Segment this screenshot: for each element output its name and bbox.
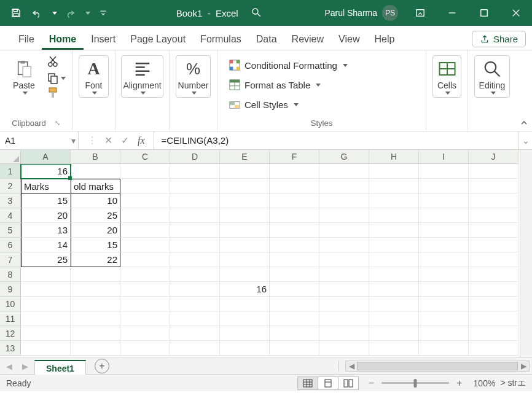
cell-A5[interactable]: 13	[21, 223, 71, 238]
column-header-B[interactable]: B	[71, 150, 120, 164]
insert-function-button[interactable]: fx	[138, 135, 145, 146]
redo-button[interactable]	[60, 3, 80, 23]
cut-button[interactable]	[47, 55, 66, 69]
maximize-button[interactable]	[468, 0, 500, 26]
number-button[interactable]: % Number	[176, 55, 211, 98]
ribbon-display-button[interactable]	[404, 0, 436, 26]
sheet-nav-next[interactable]: ▶	[18, 362, 32, 371]
sheet-nav-prev[interactable]: ◀	[2, 362, 16, 371]
tab-insert[interactable]: Insert	[84, 30, 123, 50]
enter-formula-button[interactable]: ✓	[121, 135, 129, 146]
row-header-8[interactable]: 8	[0, 267, 21, 282]
cell-A4[interactable]: 20	[21, 208, 71, 223]
tab-file[interactable]: File	[11, 30, 42, 50]
cell-B2[interactable]: old marks	[71, 179, 120, 193]
share-button[interactable]: Share	[472, 31, 526, 47]
undo-button[interactable]	[27, 3, 47, 23]
hscroll-right[interactable]: ▶	[518, 362, 529, 370]
view-page-layout-button[interactable]	[318, 377, 338, 390]
row-header-6[interactable]: 6	[0, 238, 21, 252]
zoom-in-button[interactable]: +	[454, 378, 464, 389]
column-header-J[interactable]: J	[469, 150, 518, 164]
row-header-2[interactable]: 2	[0, 179, 21, 193]
row-header-4[interactable]: 4	[0, 208, 21, 223]
format-as-table-button[interactable]: Format as Table	[226, 77, 350, 92]
zoom-level[interactable]: 100%	[469, 378, 495, 388]
tab-help[interactable]: Help	[367, 30, 402, 50]
view-page-break-button[interactable]	[338, 377, 359, 390]
close-button[interactable]	[500, 0, 532, 26]
alignment-button[interactable]: Alignment	[121, 55, 163, 98]
tab-home[interactable]: Home	[42, 30, 84, 50]
cell-A3[interactable]: 15	[21, 193, 71, 208]
vertical-scrollbar[interactable]	[520, 150, 532, 357]
redo-more-button[interactable]	[81, 3, 92, 23]
new-sheet-button[interactable]: +	[95, 359, 109, 373]
save-button[interactable]	[6, 3, 26, 23]
user-account[interactable]: Parul Sharma PS	[324, 5, 398, 21]
minimize-button[interactable]	[436, 0, 468, 26]
row-header-1[interactable]: 1	[0, 164, 21, 179]
formula-input[interactable]	[154, 131, 518, 149]
search-icon[interactable]	[251, 7, 262, 20]
tab-page-layout[interactable]: Page Layout	[123, 30, 193, 50]
view-normal-button[interactable]	[297, 377, 318, 390]
column-header-G[interactable]: G	[319, 150, 369, 164]
column-header-E[interactable]: E	[220, 150, 270, 164]
name-box-dropdown[interactable]: ▾	[69, 136, 78, 146]
cell-A2[interactable]: Marks	[21, 179, 71, 193]
format-painter-button[interactable]	[47, 87, 66, 101]
cell-B1[interactable]	[71, 164, 120, 179]
clipboard-launcher[interactable]: ⤡	[55, 119, 60, 127]
cells-button[interactable]: Cells	[432, 55, 461, 98]
tab-review[interactable]: Review	[284, 30, 331, 50]
hscroll-left[interactable]: ◀	[346, 362, 357, 370]
font-button[interactable]: A Font	[79, 55, 109, 98]
collapse-ribbon-button[interactable]	[516, 50, 532, 131]
cell-A1[interactable]: 16	[21, 164, 71, 179]
cell-B3[interactable]: 10	[71, 193, 120, 208]
row-header-3[interactable]: 3	[0, 193, 21, 208]
cell-styles-button[interactable]: Cell Styles	[226, 97, 350, 112]
column-header-I[interactable]: I	[419, 150, 469, 164]
conditional-formatting-button[interactable]: Conditional Formatting	[226, 58, 350, 72]
tab-data[interactable]: Data	[249, 30, 284, 50]
cell-A7[interactable]: 25	[21, 252, 71, 267]
copy-button[interactable]	[47, 72, 66, 84]
row-header-13[interactable]: 13	[0, 341, 21, 356]
cell-E9[interactable]: 16	[220, 282, 270, 297]
tab-formulas[interactable]: Formulas	[193, 30, 249, 50]
editing-button[interactable]: Editing	[474, 55, 510, 98]
row-header-10[interactable]: 10	[0, 297, 21, 311]
hscroll-thumb[interactable]	[357, 362, 518, 370]
cell-B4[interactable]: 25	[71, 208, 120, 223]
row-header-11[interactable]: 11	[0, 311, 21, 326]
paste-button[interactable]: Paste	[6, 55, 42, 98]
row-header-7[interactable]: 7	[0, 252, 21, 267]
cell-B7[interactable]: 22	[71, 252, 120, 267]
tab-view[interactable]: View	[331, 30, 367, 50]
select-all-button[interactable]	[0, 150, 21, 164]
cell-B5[interactable]: 20	[71, 223, 120, 238]
qat-customize-button[interactable]	[93, 3, 113, 23]
column-header-C[interactable]: C	[120, 150, 170, 164]
row-header-5[interactable]: 5	[0, 223, 21, 238]
undo-more-button[interactable]	[48, 3, 59, 23]
zoom-out-button[interactable]: −	[366, 378, 377, 389]
vertical-dots-icon[interactable]: ⋮	[87, 135, 96, 146]
column-header-F[interactable]: F	[270, 150, 319, 164]
zoom-slider[interactable]	[381, 382, 449, 384]
cancel-formula-button[interactable]: ✕	[104, 135, 112, 146]
column-header-D[interactable]: D	[170, 150, 220, 164]
row-header-9[interactable]: 9	[0, 282, 21, 297]
cell-A6[interactable]: 14	[21, 238, 71, 252]
fill-handle[interactable]	[68, 176, 72, 180]
column-header-H[interactable]: H	[369, 150, 419, 164]
row-header-12[interactable]: 12	[0, 326, 21, 341]
sheet-tab-sheet1[interactable]: Sheet1	[34, 360, 86, 375]
name-box-input[interactable]	[0, 136, 69, 146]
horizontal-scrollbar[interactable]: ◀ ▶	[345, 361, 530, 372]
expand-formula-bar-button[interactable]: ⌄	[518, 131, 532, 149]
cell-B6[interactable]: 15	[71, 238, 120, 252]
column-header-A[interactable]: A	[21, 150, 71, 164]
